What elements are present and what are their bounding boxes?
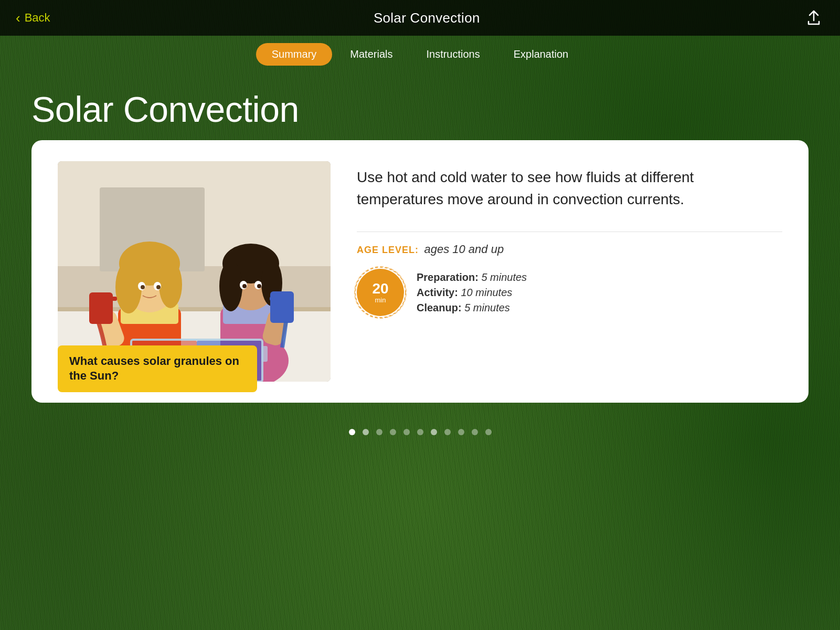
- age-label: AGE LEVEL:: [357, 245, 419, 255]
- dot-0[interactable]: [349, 429, 355, 435]
- age-value: ages 10 and up: [424, 243, 504, 256]
- svg-point-24: [219, 261, 242, 311]
- timer-section: 20 min Preparation: 5 minutes Activity: …: [357, 269, 782, 316]
- dot-7[interactable]: [444, 429, 451, 435]
- svg-point-10: [115, 261, 142, 313]
- svg-rect-37: [261, 346, 268, 362]
- description-text: Use hot and cold water to see how fluids…: [357, 166, 782, 211]
- main-card: What causes solar granules on the Sun? U…: [31, 140, 809, 403]
- tab-summary[interactable]: Summary: [256, 43, 333, 66]
- age-level: AGE LEVEL: ages 10 and up: [357, 243, 782, 256]
- cleanup-label: Cleanup:: [417, 302, 462, 313]
- activity-label: Activity:: [417, 287, 458, 298]
- activity-item: Activity: 10 minutes: [417, 287, 527, 299]
- dot-2[interactable]: [376, 429, 382, 435]
- svg-point-14: [141, 285, 145, 289]
- dot-4[interactable]: [403, 429, 410, 435]
- navigation-bar: ‹ Back Solar Convection: [0, 0, 840, 36]
- page-title: Solar Convection: [374, 10, 480, 26]
- timer-ring-svg: [353, 265, 408, 320]
- timer-circle: 20 min: [357, 269, 404, 316]
- tab-explanation[interactable]: Explanation: [498, 43, 584, 66]
- dot-1[interactable]: [363, 429, 369, 435]
- dot-9[interactable]: [472, 429, 478, 435]
- dot-8[interactable]: [458, 429, 464, 435]
- timer-details: Preparation: 5 minutes Activity: 10 minu…: [417, 271, 527, 314]
- dot-6[interactable]: [431, 429, 437, 435]
- svg-point-29: [257, 284, 261, 288]
- svg-point-28: [242, 284, 247, 288]
- svg-point-15: [156, 285, 161, 289]
- back-button[interactable]: ‹ Back: [16, 11, 50, 25]
- svg-rect-32: [270, 297, 278, 301]
- preparation-value: 5 minutes: [481, 271, 527, 283]
- preparation-label: Preparation:: [417, 271, 479, 283]
- image-caption: What causes solar granules on the Sun?: [58, 345, 257, 392]
- tab-bar: Summary Materials Instructions Explanati…: [0, 36, 840, 73]
- page-indicators: [0, 429, 840, 435]
- back-label: Back: [25, 11, 50, 25]
- preparation-item: Preparation: 5 minutes: [417, 271, 527, 284]
- hero-title: Solar Convection: [0, 78, 840, 140]
- back-chevron-icon: ‹: [16, 11, 20, 25]
- content-section: Use hot and cold water to see how fluids…: [357, 161, 782, 316]
- dot-5[interactable]: [417, 429, 423, 435]
- share-button[interactable]: [803, 7, 824, 28]
- svg-rect-31: [270, 291, 294, 323]
- cleanup-item: Cleanup: 5 minutes: [417, 302, 527, 314]
- tab-instructions[interactable]: Instructions: [410, 43, 495, 66]
- dot-3[interactable]: [390, 429, 396, 435]
- image-section: What causes solar granules on the Sun?: [58, 161, 331, 382]
- divider: [357, 232, 782, 232]
- svg-rect-18: [108, 297, 117, 301]
- tab-materials[interactable]: Materials: [334, 43, 408, 66]
- svg-point-38: [355, 267, 406, 318]
- cleanup-value: 5 minutes: [464, 302, 510, 313]
- caption-text: What causes solar granules on the Sun?: [69, 354, 239, 383]
- share-icon: [806, 10, 821, 26]
- activity-value: 10 minutes: [461, 287, 512, 298]
- dot-10[interactable]: [485, 429, 492, 435]
- svg-point-11: [159, 261, 182, 308]
